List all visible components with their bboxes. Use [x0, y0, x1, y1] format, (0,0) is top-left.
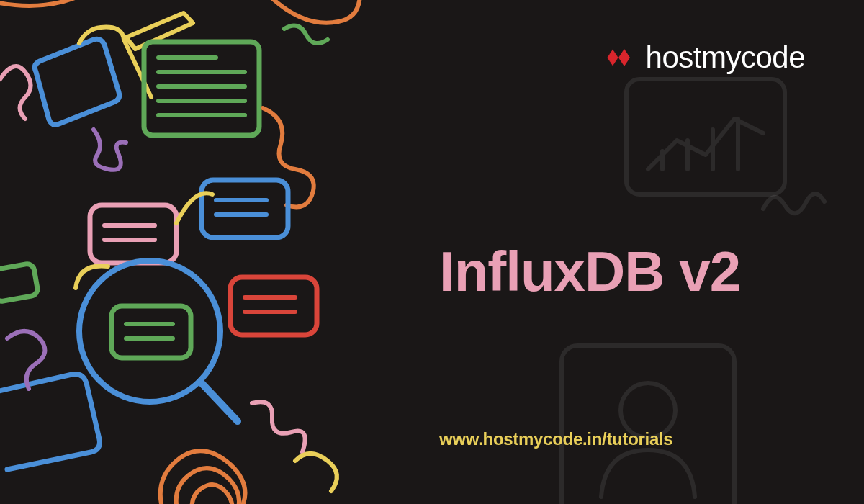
right-content: hostmycode InfluxDB v2 www.hostmycode.in… [403, 0, 864, 504]
doodle-svg [0, 0, 374, 504]
logo-text-left: host [646, 40, 701, 74]
logo-text-mid: my [701, 40, 741, 74]
svg-rect-9 [90, 205, 176, 263]
logo-mark-icon [603, 45, 637, 71]
svg-rect-12 [230, 277, 317, 335]
svg-rect-25 [562, 346, 734, 504]
brand-logo: hostmycode [603, 40, 805, 75]
bg-squiggle-icon [756, 173, 828, 230]
logo-text-right: code [741, 40, 805, 74]
url-text: www.hostmycode.in/tutorials [439, 429, 672, 449]
svg-rect-6 [202, 180, 288, 238]
svg-rect-19 [0, 263, 39, 302]
banner-container: hostmycode InfluxDB v2 www.hostmycode.in… [0, 0, 864, 504]
decorative-doodle-art [0, 0, 374, 504]
logo-text: hostmycode [646, 40, 805, 75]
page-title: InfluxDB v2 [439, 239, 740, 305]
bg-person-icon [547, 331, 749, 504]
svg-rect-15 [112, 306, 191, 358]
